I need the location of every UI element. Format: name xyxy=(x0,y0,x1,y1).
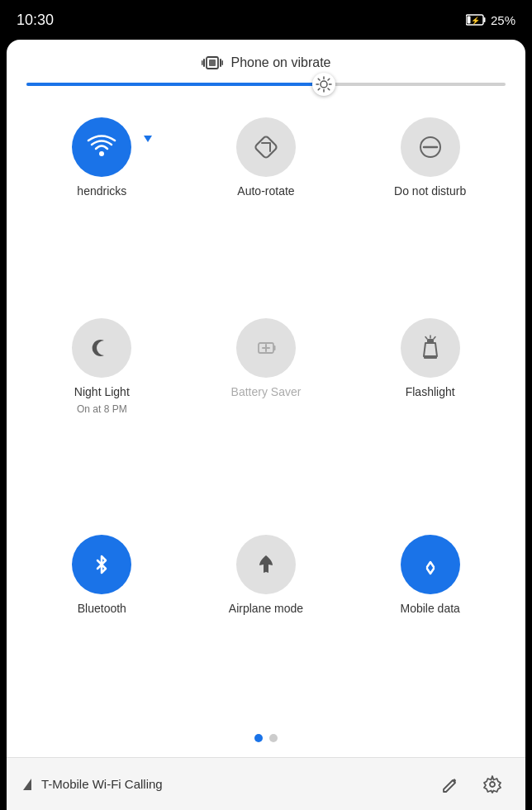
settings-button[interactable] xyxy=(476,768,509,801)
tile-dnd[interactable]: Do not disturb xyxy=(348,109,512,302)
svg-rect-6 xyxy=(203,59,205,67)
svg-rect-21 xyxy=(254,136,278,159)
settings-icon xyxy=(482,774,502,794)
svg-point-19 xyxy=(99,151,104,156)
tile-mobile-data[interactable]: Mobile data xyxy=(348,526,512,719)
status-bar: 10:30 ⚡ 25% xyxy=(0,0,532,40)
edit-button[interactable] xyxy=(435,769,466,800)
svg-line-16 xyxy=(328,88,330,90)
brightness-fill xyxy=(26,83,324,86)
svg-marker-20 xyxy=(144,136,152,142)
svg-rect-25 xyxy=(273,345,276,350)
svg-rect-29 xyxy=(424,356,437,359)
tile-battery-saver[interactable]: Battery Saver xyxy=(184,310,349,517)
quick-settings-panel: Phone on vibrate xyxy=(7,40,525,810)
bottom-bar: T-Mobile Wi-Fi Calling xyxy=(7,757,525,810)
tile-dnd-circle xyxy=(401,117,460,177)
battery-icon: ⚡ xyxy=(466,14,486,26)
svg-point-33 xyxy=(490,782,495,787)
vibrate-row[interactable]: Phone on vibrate xyxy=(7,40,525,79)
svg-line-18 xyxy=(318,88,320,90)
tile-wifi[interactable]: hendricks xyxy=(20,109,184,302)
brightness-row[interactable] xyxy=(7,79,525,101)
brightness-track xyxy=(26,83,506,86)
tile-flashlight-label: Flashlight xyxy=(406,384,455,399)
status-time: 10:30 xyxy=(17,12,54,29)
tile-airplane-label: Airplane mode xyxy=(229,601,303,616)
brightness-thumb-icon xyxy=(315,75,333,93)
svg-point-10 xyxy=(321,81,327,88)
pagination-dots xyxy=(7,727,525,757)
tile-night-light[interactable]: Night Light On at 8 PM xyxy=(20,310,184,517)
svg-rect-9 xyxy=(221,60,223,65)
tile-flashlight[interactable]: Flashlight xyxy=(348,310,512,517)
tile-wifi-circle xyxy=(72,117,131,177)
tile-airplane-mode[interactable]: Airplane mode xyxy=(184,526,349,719)
pagination-dot-2[interactable] xyxy=(269,734,278,742)
tile-night-light-circle xyxy=(72,318,131,378)
svg-rect-7 xyxy=(220,59,221,67)
tile-mobile-data-label: Mobile data xyxy=(400,601,459,616)
tile-night-light-sublabel: On at 8 PM xyxy=(77,403,127,415)
tile-auto-rotate-circle xyxy=(236,117,296,177)
svg-line-31 xyxy=(434,337,435,340)
tile-bluetooth[interactable]: Bluetooth xyxy=(20,526,184,719)
svg-rect-8 xyxy=(202,60,203,65)
svg-rect-1 xyxy=(483,17,485,22)
tile-auto-rotate-label: Auto-rotate xyxy=(237,183,294,198)
pagination-dot-1[interactable] xyxy=(254,734,263,742)
tile-flashlight-circle xyxy=(401,318,460,378)
tile-bluetooth-circle xyxy=(72,535,131,594)
svg-line-17 xyxy=(328,79,330,80)
tile-auto-rotate[interactable]: Auto-rotate xyxy=(184,109,349,302)
edit-icon xyxy=(441,775,459,793)
tile-wifi-label: hendricks xyxy=(77,183,126,198)
tile-battery-saver-circle xyxy=(236,318,296,378)
tile-battery-saver-label: Battery Saver xyxy=(231,384,302,399)
vibrate-icon xyxy=(202,55,223,71)
tile-night-light-label: Night Light xyxy=(74,384,130,399)
battery-text: 25% xyxy=(491,13,515,27)
tile-airplane-circle xyxy=(236,535,296,594)
svg-line-32 xyxy=(425,337,427,340)
tile-mobile-data-circle xyxy=(401,535,460,594)
brightness-thumb[interactable] xyxy=(312,73,335,96)
svg-text:⚡: ⚡ xyxy=(471,16,481,26)
tile-bluetooth-label: Bluetooth xyxy=(78,601,126,616)
tile-dnd-label: Do not disturb xyxy=(394,183,466,198)
svg-rect-2 xyxy=(467,17,470,24)
signal-icon xyxy=(23,779,31,790)
svg-line-15 xyxy=(318,79,320,80)
carrier-label: T-Mobile Wi-Fi Calling xyxy=(41,777,425,791)
tiles-grid: hendricks Auto-rotate Do n xyxy=(7,101,525,727)
status-right: ⚡ 25% xyxy=(466,13,515,27)
svg-rect-5 xyxy=(209,60,216,66)
vibrate-label: Phone on vibrate xyxy=(231,55,331,70)
